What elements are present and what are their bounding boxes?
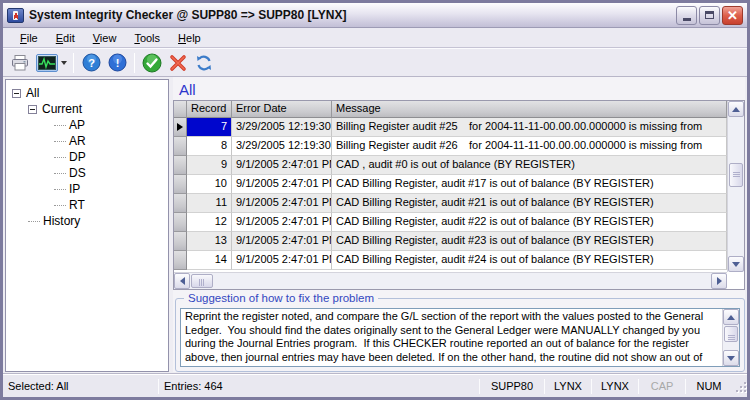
grid-corner-cell bbox=[174, 101, 187, 118]
menu-bar: File Edit View Tools Help bbox=[3, 28, 747, 48]
delete-x-icon bbox=[168, 53, 188, 73]
tree-connector bbox=[54, 125, 66, 126]
tree-item-all[interactable]: All bbox=[6, 85, 168, 101]
app-icon bbox=[7, 8, 24, 23]
arrow-left-icon bbox=[180, 277, 185, 285]
panel-title: All bbox=[173, 77, 745, 100]
run-check-button[interactable] bbox=[140, 51, 164, 75]
app-window: System Integrity Checker @ SUPP80 => SUP… bbox=[0, 0, 750, 400]
minimize-button[interactable] bbox=[676, 6, 697, 25]
delete-button[interactable] bbox=[166, 51, 190, 75]
suggestion-title: Suggestion of how to fix the problem bbox=[184, 292, 378, 304]
row-selector[interactable] bbox=[174, 175, 187, 194]
svg-text:?: ? bbox=[88, 57, 95, 69]
table-row[interactable]: 8 3/29/2005 12:19:30 PM Billing Register… bbox=[174, 137, 727, 156]
window-title: System Integrity Checker @ SUPP80 => SUP… bbox=[29, 8, 674, 22]
vertical-scroll-thumb[interactable] bbox=[724, 326, 738, 342]
menu-edit[interactable]: Edit bbox=[47, 30, 84, 46]
tree-item-dp[interactable]: DP bbox=[6, 149, 168, 165]
toolbar-separator bbox=[134, 53, 135, 73]
menu-tools[interactable]: Tools bbox=[125, 30, 169, 46]
tree-item-ar[interactable]: AR bbox=[6, 133, 168, 149]
grid-horizontal-scrollbar[interactable] bbox=[174, 272, 727, 289]
row-selector[interactable] bbox=[174, 251, 187, 270]
col-header-message[interactable]: Message bbox=[332, 101, 727, 118]
maximize-button[interactable] bbox=[699, 6, 720, 25]
tree-item-ip[interactable]: IP bbox=[6, 181, 168, 197]
content-area: All Current AP AR DP DS bbox=[3, 77, 747, 374]
status-company: LYNX bbox=[545, 380, 591, 392]
category-tree: All Current AP AR DP DS bbox=[5, 79, 169, 372]
arrow-right-icon bbox=[717, 277, 722, 285]
row-selector[interactable] bbox=[174, 118, 187, 137]
row-selector[interactable] bbox=[174, 194, 187, 213]
collapse-icon[interactable] bbox=[12, 89, 21, 98]
check-ok-icon bbox=[142, 53, 162, 73]
tree-item-history[interactable]: History bbox=[6, 213, 168, 229]
scroll-right-button[interactable] bbox=[711, 273, 727, 289]
suggestion-groupbox: Suggestion of how to fix the problem Rep… bbox=[175, 298, 745, 372]
vertical-scroll-thumb[interactable] bbox=[729, 163, 743, 187]
title-bar: System Integrity Checker @ SUPP80 => SUP… bbox=[3, 3, 747, 28]
row-selector[interactable] bbox=[174, 213, 187, 232]
resize-grip[interactable] bbox=[734, 380, 746, 392]
col-header-error-date[interactable]: Error Date bbox=[232, 101, 332, 118]
detail-panel: All Record Error Date Message 7 3/29/200… bbox=[173, 77, 745, 372]
menu-file[interactable]: File bbox=[11, 30, 47, 46]
info-icon: ! bbox=[108, 53, 127, 72]
help-icon: ? bbox=[82, 53, 101, 72]
scroll-up-button[interactable] bbox=[723, 309, 739, 325]
refresh-icon bbox=[194, 53, 214, 73]
row-selector[interactable] bbox=[174, 156, 187, 175]
monitor-button[interactable] bbox=[34, 51, 68, 75]
arrow-up-icon bbox=[727, 315, 735, 320]
table-row[interactable]: 9 9/1/2005 2:47:01 PM CAD , audit #0 is … bbox=[174, 156, 727, 175]
scroll-up-button[interactable] bbox=[728, 101, 744, 117]
table-row[interactable]: 14 9/1/2005 2:47:01 PM CAD Billing Regis… bbox=[174, 251, 727, 270]
status-capslock: CAP bbox=[639, 380, 685, 392]
info-button[interactable]: ! bbox=[105, 51, 129, 75]
help-button[interactable]: ? bbox=[79, 51, 103, 75]
error-grid: Record Error Date Message 7 3/29/2005 12… bbox=[173, 100, 745, 290]
table-row[interactable]: 11 9/1/2005 2:47:01 PM CAD Billing Regis… bbox=[174, 194, 727, 213]
status-host: SUPP80 bbox=[480, 380, 544, 392]
monitor-activity-icon bbox=[36, 54, 58, 72]
scroll-down-button[interactable] bbox=[723, 350, 739, 366]
table-row[interactable]: 7 3/29/2005 12:19:30 PM Billing Register… bbox=[174, 118, 727, 137]
menu-help[interactable]: Help bbox=[169, 30, 210, 46]
suggestion-textbox[interactable]: Reprint the register noted, and compare … bbox=[180, 308, 740, 367]
tree-item-rt[interactable]: RT bbox=[6, 197, 168, 213]
tree-connector bbox=[54, 173, 66, 174]
status-entries: Entries: 464 bbox=[159, 380, 479, 392]
maximize-icon bbox=[705, 11, 714, 19]
refresh-button[interactable] bbox=[192, 51, 216, 75]
grid-vertical-scrollbar[interactable] bbox=[727, 101, 744, 272]
arrow-down-icon bbox=[727, 356, 735, 361]
tree-connector bbox=[54, 141, 66, 142]
table-row[interactable]: 10 9/1/2005 2:47:01 PM CAD Billing Regis… bbox=[174, 175, 727, 194]
row-selector[interactable] bbox=[174, 232, 187, 251]
scroll-left-button[interactable] bbox=[174, 273, 190, 289]
tree-item-current[interactable]: Current bbox=[6, 101, 168, 117]
row-selector[interactable] bbox=[174, 137, 187, 156]
status-numlock: NUM bbox=[686, 380, 732, 392]
table-row[interactable]: 12 9/1/2005 2:47:01 PM CAD Billing Regis… bbox=[174, 213, 727, 232]
scroll-down-button[interactable] bbox=[728, 256, 744, 272]
status-selected: Selected: All bbox=[3, 380, 158, 392]
menu-view[interactable]: View bbox=[84, 30, 126, 46]
close-button[interactable]: ✕ bbox=[722, 6, 743, 25]
svg-text:!: ! bbox=[115, 57, 119, 69]
tree-item-ap[interactable]: AP bbox=[6, 117, 168, 133]
toolbar: ? ! bbox=[3, 48, 747, 77]
tree-connector bbox=[54, 189, 66, 190]
tree-connector bbox=[54, 157, 66, 158]
tree-connector bbox=[28, 221, 40, 222]
tree-item-ds[interactable]: DS bbox=[6, 165, 168, 181]
status-user: LYNX bbox=[592, 380, 638, 392]
suggestion-scrollbar[interactable] bbox=[722, 309, 739, 366]
collapse-icon[interactable] bbox=[28, 105, 37, 114]
print-button[interactable] bbox=[8, 51, 32, 75]
table-row[interactable]: 13 9/1/2005 2:47:01 PM CAD Billing Regis… bbox=[174, 232, 727, 251]
col-header-record[interactable]: Record bbox=[187, 101, 232, 118]
horizontal-scroll-thumb[interactable] bbox=[191, 274, 213, 288]
